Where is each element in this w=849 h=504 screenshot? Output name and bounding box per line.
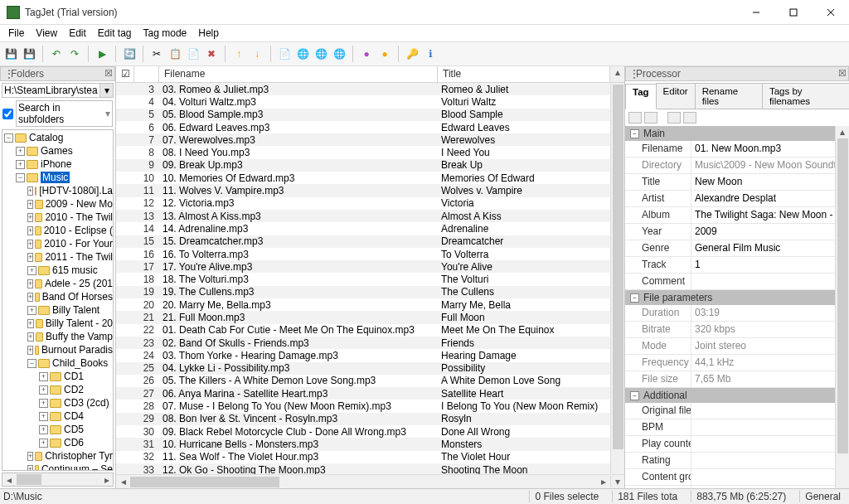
tree-node[interactable]: +Buffy the Vamp — [2, 330, 113, 343]
key-icon[interactable]: 🔑 — [405, 46, 420, 61]
prop-value[interactable] — [691, 436, 849, 452]
prop-value[interactable]: 7,65 Mb — [691, 371, 849, 387]
prop-value[interactable] — [691, 274, 849, 289]
tree-expand-icon[interactable]: + — [39, 385, 48, 395]
processor-vscrollbar[interactable]: ▴ — [835, 126, 849, 488]
table-row[interactable]: 1212. Victoria.mp3Victoria — [116, 197, 624, 210]
prop-row[interactable]: GenreGeneral Film Music — [625, 240, 849, 257]
info-icon[interactable]: ℹ — [423, 46, 438, 61]
prop-row[interactable]: DirectoryMusic\2009 - New Moon Soundtrac… — [625, 158, 849, 174]
table-row[interactable]: 1010. Memories Of Edward.mp3Memories Of … — [116, 172, 624, 184]
redo-icon[interactable]: ↷ — [67, 46, 82, 61]
refresh-icon[interactable]: 🔄 — [122, 46, 137, 61]
col-title[interactable]: Title — [438, 66, 610, 82]
prop-value[interactable]: General Film Music — [691, 240, 849, 256]
tree-expand-icon[interactable]: + — [27, 253, 33, 262]
menu-tag-mode[interactable]: Tag mode — [138, 26, 192, 41]
undo-icon[interactable]: ↶ — [49, 46, 64, 61]
prop-value[interactable] — [691, 469, 849, 485]
tree-node[interactable]: +Billy Talent — [2, 303, 113, 317]
collapse-icon[interactable]: − — [630, 129, 639, 138]
prop-row[interactable]: ArtistAlexandre Desplat — [625, 191, 849, 207]
processor-close-icon[interactable]: ☒ — [838, 68, 847, 79]
tab-tags-by-filenames[interactable]: Tags by filenames — [762, 83, 849, 109]
prop-row[interactable]: Filename01. New Moon.mp3 — [625, 141, 849, 158]
menu-view[interactable]: View — [31, 26, 62, 41]
tab-tag[interactable]: Tag — [625, 84, 657, 109]
arrow-down-icon[interactable]: ↓ — [250, 46, 264, 61]
table-row[interactable]: 303. Romeo & Juliet.mp3Romeo & Juliet — [116, 83, 624, 95]
tree-node[interactable]: +Christopher Tyr — [2, 449, 113, 463]
collapse-icon[interactable]: − — [630, 293, 639, 303]
prop-row[interactable]: Frequency44,1 kHz — [625, 355, 849, 371]
globe1-icon[interactable]: 🌐 — [295, 46, 310, 61]
table-row[interactable]: 1111. Wolves V. Vampire.mp3Wolves v. Vam… — [116, 184, 624, 196]
tree-node[interactable]: +2010 - Eclipse ( — [2, 224, 113, 237]
folders-close-icon[interactable]: ☒ — [104, 68, 113, 79]
tree-node[interactable]: +iPhone — [2, 158, 113, 171]
play-icon[interactable]: ▶ — [95, 46, 109, 61]
paste-icon[interactable]: 📄 — [186, 46, 201, 61]
table-row[interactable]: 1818. The Volturi.mp3The Volturi — [116, 273, 624, 285]
table-row[interactable]: 3009. Black Rebel Motorcycle Club - Done… — [116, 425, 624, 438]
tree-node[interactable]: −Music — [2, 171, 113, 184]
file-list-vscrollbar[interactable] — [610, 83, 624, 474]
proc-icon-4[interactable] — [683, 112, 696, 124]
prop-section-header[interactable]: −Additional — [625, 388, 849, 403]
prop-value[interactable]: 1 — [691, 257, 849, 273]
tree-node[interactable]: +2010 - For Your — [2, 237, 113, 250]
tree-expand-icon[interactable]: + — [27, 240, 33, 249]
circle2-icon[interactable]: ● — [377, 46, 392, 61]
arrow-up-icon[interactable]: ↑ — [231, 46, 246, 61]
proc-icon-3[interactable] — [667, 112, 681, 124]
table-row[interactable]: 3211. Sea Wolf - The Violet Hour.mp3The … — [116, 451, 624, 463]
circle1-icon[interactable]: ● — [359, 46, 374, 61]
tree-expand-icon[interactable]: + — [39, 399, 48, 408]
prop-value[interactable] — [691, 453, 849, 468]
tab-rename-files[interactable]: Rename files — [695, 83, 763, 109]
tree-expand-icon[interactable]: + — [39, 372, 48, 381]
tree-node[interactable]: +Billy Talent - 20 — [2, 317, 113, 330]
table-row[interactable]: 1919. The Cullens.mp3The Cullens — [116, 286, 624, 298]
prop-row[interactable]: File size7,65 Mb — [625, 371, 849, 388]
prop-row[interactable]: ModeJoint stereo — [625, 338, 849, 355]
table-row[interactable]: 2121. Full Moon.mp3Full Moon — [116, 311, 624, 323]
tree-expand-icon[interactable]: + — [27, 200, 33, 209]
tree-node[interactable]: +CD2 — [2, 383, 113, 396]
prop-row[interactable]: BPM — [625, 419, 849, 436]
proc-icon-2[interactable] — [644, 112, 657, 124]
tree-node[interactable]: +Band Of Horses — [2, 290, 113, 303]
tree-node[interactable]: +CD1 — [2, 370, 113, 383]
prop-row[interactable]: Rating — [625, 453, 849, 469]
tree-node[interactable]: +CD6 — [2, 436, 113, 449]
table-row[interactable]: 2908. Bon Iver & St. Vincent - Rosyln.mp… — [116, 413, 624, 425]
prop-section-header[interactable]: −File parameters — [625, 290, 849, 305]
table-row[interactable]: 2706. Anya Marina - Satellite Heart.mp3S… — [116, 387, 624, 400]
prop-row[interactable]: Bitrate320 kbps — [625, 322, 849, 338]
table-row[interactable]: 808. I Need You.mp3I Need You — [116, 146, 624, 158]
tree-expand-icon[interactable]: + — [39, 425, 48, 434]
prop-row[interactable]: Duration03:19 — [625, 305, 849, 322]
prop-value[interactable]: 320 kbps — [691, 322, 849, 337]
prop-value[interactable]: The Twilight Saga: New Moon - The S — [691, 207, 849, 223]
folders-hscrollbar[interactable]: ◂▸ — [2, 472, 114, 487]
tree-expand-icon[interactable]: + — [27, 266, 36, 275]
table-row[interactable]: 1616. To Volterra.mp3To Volterra — [116, 248, 624, 260]
prop-section-header[interactable]: −Main — [625, 126, 849, 141]
table-row[interactable]: 2605. The Killers - A White Demon Love S… — [116, 375, 624, 387]
table-row[interactable]: 3110. Hurricane Bells - Monsters.mp3Mons… — [116, 438, 624, 450]
cut-icon[interactable]: ✂ — [149, 46, 164, 61]
save-all-icon[interactable]: 💾 — [22, 46, 36, 61]
prop-row[interactable]: Content grou — [625, 469, 849, 486]
file-list-hscrollbar[interactable]: ◂ ▸ ▾ — [116, 474, 624, 488]
save-icon[interactable]: 💾 — [3, 46, 18, 61]
tree-expand-icon[interactable]: + — [27, 465, 33, 472]
minimize-button[interactable] — [737, 0, 774, 25]
prop-row[interactable]: Track1 — [625, 257, 849, 274]
prop-row[interactable]: AlbumThe Twilight Saga: New Moon - The S — [625, 207, 849, 224]
tree-node[interactable]: +CD4 — [2, 410, 113, 423]
prop-row[interactable]: Original filena — [625, 403, 849, 419]
prop-row[interactable]: Play counter — [625, 436, 849, 453]
tree-expand-icon[interactable]: + — [27, 332, 34, 342]
tree-node[interactable]: −Catalog — [2, 131, 113, 144]
